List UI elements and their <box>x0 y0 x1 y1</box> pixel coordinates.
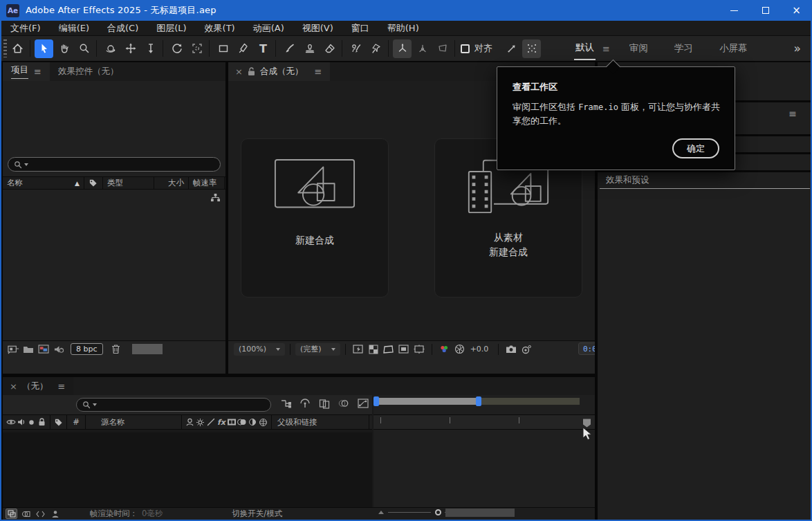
eraser-tool[interactable] <box>320 39 339 58</box>
panel-menu-icon[interactable]: ≡ <box>34 66 41 77</box>
toggle-in-out-button[interactable] <box>35 509 46 519</box>
new-folder-button[interactable] <box>21 343 36 356</box>
solo-column[interactable] <box>26 417 37 428</box>
column-label-color[interactable] <box>84 176 103 190</box>
zoom-track[interactable] <box>388 512 431 513</box>
pan-camera-tool[interactable] <box>121 39 140 58</box>
column-type[interactable]: 类型 <box>103 176 154 190</box>
marquee-dots-button[interactable] <box>522 39 541 58</box>
panel-menu-icon[interactable]: ≡ <box>314 66 322 77</box>
shy-switch-column[interactable] <box>185 417 195 428</box>
mini-flowchart-button[interactable] <box>278 397 293 410</box>
column-frame-rate[interactable]: 帧速率 <box>189 176 225 190</box>
video-toggle-column[interactable] <box>6 417 16 428</box>
menu-effect[interactable]: 效果(T) <box>196 22 244 35</box>
guides-button[interactable] <box>396 343 412 356</box>
label-column[interactable] <box>53 417 64 428</box>
effects-switch-column[interactable]: fx <box>217 418 225 427</box>
timeline-horizontal-scrollbar[interactable] <box>445 509 515 517</box>
frame-blend-switch-column[interactable] <box>227 417 237 428</box>
rectangle-tool[interactable] <box>214 39 232 58</box>
toggle-transfer-controls-button[interactable] <box>20 509 32 519</box>
work-area-range[interactable] <box>379 398 476 405</box>
channel-settings-button[interactable] <box>437 343 452 356</box>
maximize-button[interactable] <box>750 0 781 21</box>
minimize-button[interactable] <box>719 0 750 21</box>
tab-close-icon[interactable]: × <box>235 66 243 77</box>
hand-tool[interactable] <box>55 39 73 58</box>
workspace-tab-learn[interactable]: 学习 <box>673 38 694 60</box>
menu-help[interactable]: 帮助(H) <box>378 22 428 35</box>
ok-button[interactable]: 确定 <box>672 138 719 158</box>
panel-menu-icon[interactable]: ≡ <box>788 108 797 119</box>
home-button[interactable] <box>8 39 27 58</box>
tab-timeline[interactable]: × （无） ≡ <box>3 377 73 396</box>
new-composition-card[interactable]: 新建合成 <box>241 138 389 298</box>
region-of-interest-button[interactable] <box>412 343 427 356</box>
exposure-button[interactable] <box>452 343 468 356</box>
panel-menu-icon[interactable]: ≡ <box>57 381 65 392</box>
source-name-column[interactable]: 源名称 <box>101 417 178 428</box>
workspace-menu-icon[interactable]: ≡ <box>602 44 610 54</box>
tab-effect-controls[interactable]: 效果控件（无） <box>50 62 127 81</box>
timecode-display[interactable]: 0:0 <box>578 342 595 355</box>
snap-checkbox[interactable] <box>461 44 470 53</box>
timeline-search-input[interactable] <box>76 398 271 412</box>
camera-tool[interactable] <box>187 39 206 58</box>
work-area-start-handle[interactable] <box>373 396 379 406</box>
time-ruler[interactable] <box>373 414 595 430</box>
rotation-tool[interactable] <box>167 39 186 58</box>
project-search-input[interactable] <box>8 157 221 172</box>
clone-stamp-tool[interactable] <box>300 39 319 58</box>
three-d-switch-column[interactable] <box>258 417 268 428</box>
exposure-value[interactable]: +0.0 <box>470 345 489 354</box>
take-snapshot-button[interactable] <box>504 343 519 356</box>
toggle-switches-modes-button[interactable]: 切换开关/模式 <box>232 509 282 519</box>
zoom-out-icon[interactable] <box>378 511 384 514</box>
motion-blur-switch-column[interactable] <box>237 417 248 428</box>
menu-file[interactable]: 文件(F) <box>1 22 50 35</box>
type-tool[interactable]: T <box>254 39 273 58</box>
toggle-layer-switches-button[interactable] <box>6 509 17 519</box>
mask-visibility-button[interactable] <box>381 343 396 356</box>
quality-switch-column[interactable] <box>205 417 216 428</box>
ne-arrow-tool[interactable] <box>502 39 521 58</box>
workspace-overflow-button[interactable]: » <box>794 42 801 55</box>
timeline-layer-area[interactable] <box>3 432 372 507</box>
dolly-camera-tool[interactable] <box>141 39 160 58</box>
lock-column[interactable] <box>37 417 47 428</box>
view-axis-mode-button[interactable] <box>433 39 452 58</box>
timeline-track-area[interactable] <box>373 431 595 507</box>
collapse-switch-column[interactable] <box>195 417 205 428</box>
footer-scrollbar[interactable] <box>132 344 163 354</box>
column-name[interactable]: 名称 ▲ <box>3 176 84 190</box>
menu-edit[interactable]: 编辑(E) <box>50 22 98 35</box>
interpret-footage-button[interactable] <box>6 343 21 356</box>
brush-tool[interactable] <box>280 39 299 58</box>
fast-previews-button[interactable] <box>351 343 366 356</box>
close-button[interactable]: × <box>781 0 812 21</box>
toolbar-grip-handle[interactable] <box>3 39 7 57</box>
frame-blending-button[interactable] <box>317 397 332 410</box>
new-composition-button[interactable] <box>36 343 51 356</box>
local-axis-mode-button[interactable] <box>393 39 412 58</box>
resolution-dropdown[interactable]: (完整) <box>295 343 340 356</box>
workspace-tab-small-screen[interactable]: 小屏幕 <box>718 38 749 60</box>
menu-view[interactable]: 视图(V) <box>293 22 342 35</box>
work-area-end-handle[interactable] <box>476 396 481 406</box>
workspace-tab-review[interactable]: 审阅 <box>628 38 649 60</box>
magnification-dropdown[interactable]: (100%) <box>234 343 285 356</box>
delete-button[interactable] <box>109 343 124 356</box>
column-size[interactable]: 大小 <box>154 176 189 190</box>
adjustment-switch-column[interactable] <box>248 417 258 428</box>
tab-close-icon[interactable]: × <box>10 381 17 392</box>
zoom-slider-handle[interactable] <box>435 509 441 515</box>
roto-brush-tool[interactable] <box>347 39 365 58</box>
menu-window[interactable]: 窗口 <box>342 22 378 35</box>
tab-composition[interactable]: × 合成（无） ≡ <box>228 62 330 81</box>
menu-animation[interactable]: 动画(A) <box>244 22 293 35</box>
bit-depth-button[interactable]: 8 bpc <box>71 343 103 355</box>
transparency-grid-button[interactable] <box>366 343 381 356</box>
workspace-tab-default[interactable]: 默认 <box>574 37 596 60</box>
index-column[interactable]: # <box>70 417 82 427</box>
